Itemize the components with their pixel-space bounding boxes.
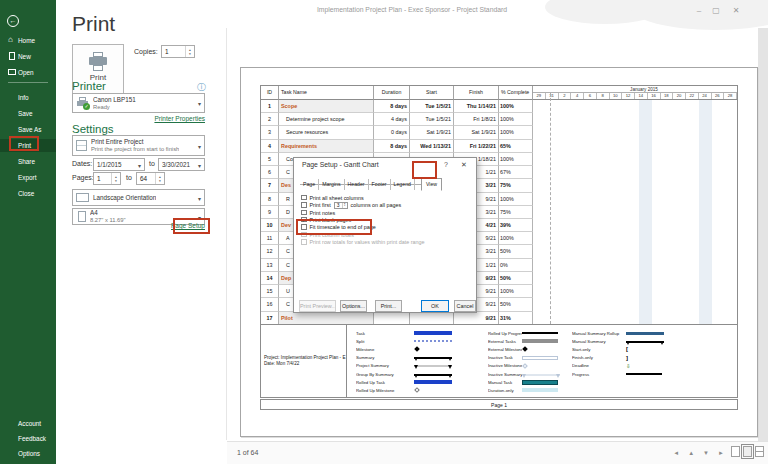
finish-cell: Sat 1/9/21 <box>454 126 499 139</box>
sidebar-item-feedback[interactable]: Feedback <box>0 432 56 445</box>
sidebar-item-open[interactable]: Open <box>0 66 56 79</box>
legend-label: Milestone <box>356 347 414 352</box>
checkbox-box[interactable] <box>301 210 307 216</box>
legend-item: Deadline⇩ <box>572 362 672 370</box>
print-range-select[interactable]: Print Entire Project Print the project f… <box>72 135 205 156</box>
sidebar-item-export[interactable]: Export <box>0 171 56 184</box>
ok-button[interactable]: OK <box>421 300 449 312</box>
page-to-stepper[interactable]: 64 ▴▾ <box>136 172 165 185</box>
help-icon[interactable]: ? <box>442 161 450 168</box>
tab-margins[interactable]: Margins <box>319 179 344 190</box>
legend-label: Inactive Milestone <box>488 363 522 368</box>
page-indicator: 1 of 64 <box>237 449 258 456</box>
date-from-field[interactable]: 1/1/2015 ▾ <box>93 158 145 171</box>
options-button[interactable]: Options... <box>340 300 367 312</box>
checkbox-print-all-sheet-columns[interactable]: Print all sheet columns <box>301 194 364 201</box>
checkbox-label: Print all sheet columns <box>310 195 364 201</box>
checkbox-print-first[interactable]: Print first3▴▾columns on all pages <box>301 202 401 209</box>
back-arrow-icon[interactable]: ← <box>7 15 19 27</box>
timescale-tick: 28 <box>724 93 737 100</box>
page-from-stepper[interactable]: 1 ▴▾ <box>93 172 121 185</box>
timescale-tick: 20 <box>673 93 686 100</box>
sidebar-item-new[interactable]: New <box>0 50 56 63</box>
timescale-tick: 29 <box>533 93 546 100</box>
nav-right-icon[interactable]: ► <box>718 449 724 457</box>
sidebar-item-share[interactable]: Share <box>0 155 56 168</box>
nav-down-icon[interactable]: ▼ <box>703 449 709 457</box>
task-name-cell: Secure resources <box>279 126 374 139</box>
caps-black2-icon <box>414 374 452 376</box>
legend-item: Milestone <box>356 345 456 353</box>
tab-view[interactable]: View <box>421 178 442 191</box>
sidebar-item-save[interactable]: Save <box>0 107 56 120</box>
legend-item: Inactive Milestone <box>488 362 564 370</box>
info-icon[interactable]: ⓘ <box>197 83 206 92</box>
date-to-field[interactable]: 3/30/2021 ▾ <box>158 158 205 171</box>
printer-properties-link[interactable]: Printer Properties <box>154 115 205 122</box>
maximize-icon[interactable]: ▢ <box>710 6 722 15</box>
minimize-icon[interactable]: – <box>693 6 705 15</box>
columns-count-stepper[interactable]: 3▴▾ <box>334 202 348 209</box>
preview-scrollbar[interactable] <box>758 28 768 441</box>
sidebar-item-label: Save As <box>18 123 41 136</box>
duration-cell: 0 days <box>374 126 410 139</box>
tab-header[interactable]: Header <box>345 179 369 190</box>
tab-legend[interactable]: Legend <box>391 179 415 190</box>
sidebar-item-options[interactable]: Options <box>0 447 56 460</box>
copies-stepper[interactable]: 1 ▴▾ <box>161 45 195 58</box>
copies-spin-arrows[interactable]: ▴▾ <box>185 46 194 57</box>
sidebar-item-save-as[interactable]: Save As <box>0 123 56 136</box>
checkbox-box[interactable] <box>301 239 307 245</box>
cloud-decoration <box>630 0 768 30</box>
task-name-cell: Scope <box>279 100 374 113</box>
nav-up-icon[interactable]: ▲ <box>688 449 694 457</box>
sidebar-item-account[interactable]: Account <box>0 417 56 430</box>
percent-complete-cell: 100% <box>499 126 533 139</box>
checkbox-box[interactable]: ✓ <box>301 217 307 223</box>
nav-left-icon[interactable]: ◄ <box>673 449 679 457</box>
timescale-tick: 18 <box>661 93 674 100</box>
orientation-select[interactable]: Landscape Orientation ▾ <box>72 189 205 206</box>
task-id-cell: 11 <box>261 232 279 245</box>
page-to-spin-arrows[interactable]: ▴▾ <box>155 173 164 184</box>
tab-page[interactable]: Page <box>300 179 319 190</box>
sidebar-item-label: Save <box>18 107 33 120</box>
sidebar-item-info[interactable]: Info <box>0 91 56 104</box>
one-page-icon[interactable] <box>743 446 752 457</box>
checkbox-print-blank-pages[interactable]: ✓Print blank pages <box>301 216 351 223</box>
checkbox-label: Print row totals for values within print… <box>310 239 425 245</box>
checkbox-print-row-totals-for-values-within-print-date-range[interactable]: Print row totals for values within print… <box>301 239 425 246</box>
checkbox-print-column-totals[interactable]: Print column totals <box>301 231 354 238</box>
percent-complete-cell: 100% <box>499 100 533 113</box>
page-setup-link[interactable]: Page Setup <box>171 222 205 229</box>
checkbox-box[interactable] <box>301 202 307 208</box>
timescale-tick: 8 <box>597 93 610 100</box>
percent-complete-cell: 100% <box>499 285 533 298</box>
checkbox-box[interactable] <box>301 195 307 201</box>
checkbox-box[interactable] <box>301 224 307 230</box>
legend-label: Inactive Task <box>488 355 522 360</box>
printer-select[interactable]: ✓ Canon LBP151 Ready ▾ <box>72 93 205 113</box>
checkbox-box[interactable] <box>301 232 307 238</box>
printer-status-icon: ✓ <box>76 97 89 109</box>
cancel-button[interactable]: Cancel <box>454 300 476 312</box>
dialog-close-icon[interactable]: ✕ <box>460 161 468 169</box>
checkbox-print-notes[interactable]: Print notes <box>301 209 335 216</box>
task-id-cell: 4 <box>261 140 279 153</box>
task-id-cell: 13 <box>261 259 279 272</box>
close-window-icon[interactable]: ✕ <box>730 6 742 15</box>
sidebar-item-home[interactable]: ⌂Home <box>0 34 56 47</box>
percent-complete-cell: 65% <box>499 140 533 153</box>
page-from-spin-arrows[interactable]: ▴▾ <box>111 173 120 184</box>
printer-icon <box>88 52 108 72</box>
stepper-arrows[interactable]: ▴▾ <box>342 203 347 208</box>
settings-heading: Settings <box>72 123 114 135</box>
tab-footer[interactable]: Footer <box>369 179 391 190</box>
sidebar-item-print[interactable]: Print <box>0 139 56 152</box>
print-button[interactable]: Print... <box>375 300 402 312</box>
multi-page-icon[interactable] <box>755 446 764 457</box>
line-black-icon <box>522 332 558 334</box>
sidebar-item-close[interactable]: Close <box>0 187 56 200</box>
zoom-to-page-icon[interactable] <box>731 446 740 457</box>
checkbox-fit-timescale-to-end-of-page[interactable]: Fit timescale to end of page <box>301 224 376 231</box>
